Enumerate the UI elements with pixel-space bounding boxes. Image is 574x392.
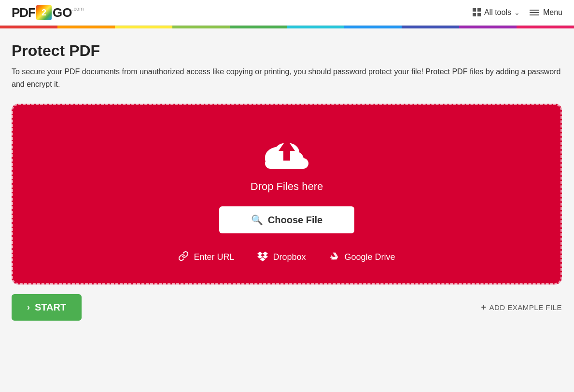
dropbox-label: Dropbox — [273, 252, 306, 262]
nav-right: All tools ⌄ Menu — [473, 8, 562, 17]
grid-icon — [473, 8, 481, 17]
google-drive-icon — [329, 251, 340, 264]
google-drive-label: Google Drive — [345, 252, 395, 262]
chevron-right-icon: › — [27, 302, 30, 312]
drop-files-text: Drop Files here — [251, 180, 323, 193]
add-example-button[interactable]: + ADD EXAMPLE FILE — [481, 302, 562, 312]
header: PDF 2 GO .com All tools ⌄ Menu — [0, 0, 574, 26]
dropbox-icon — [257, 251, 268, 264]
upload-cloud-icon — [260, 129, 313, 173]
logo-go-text: GO — [53, 5, 72, 20]
start-label: START — [35, 302, 66, 313]
menu-button[interactable]: Menu — [530, 8, 562, 17]
chevron-down-icon: ⌄ — [514, 9, 520, 16]
dropbox-button[interactable]: Dropbox — [257, 251, 306, 264]
logo-com-text: .com — [72, 6, 84, 12]
bottom-bar: › START + ADD EXAMPLE FILE — [12, 284, 562, 321]
search-icon: 🔍 — [251, 214, 263, 226]
plus-icon: + — [481, 302, 486, 312]
main-content: Protect PDF To secure your PDF documents… — [0, 28, 574, 330]
page-description: To secure your PDF documents from unauth… — [12, 66, 562, 90]
logo: PDF 2 GO .com — [12, 5, 84, 20]
hamburger-icon — [530, 10, 539, 15]
all-tools-label: All tools — [484, 8, 511, 17]
logo-2-text: 2 — [36, 5, 52, 20]
link-icon — [178, 251, 189, 264]
page-title: Protect PDF — [12, 42, 562, 60]
logo-pdf-text: PDF — [12, 5, 35, 20]
choose-file-button[interactable]: 🔍 Choose File — [219, 206, 354, 233]
enter-url-label: Enter URL — [194, 252, 234, 262]
menu-label: Menu — [543, 8, 562, 17]
all-tools-button[interactable]: All tools ⌄ — [473, 8, 520, 17]
enter-url-button[interactable]: Enter URL — [178, 251, 234, 264]
add-example-label: ADD EXAMPLE FILE — [489, 303, 562, 311]
upload-options: Enter URL Dropbox — [178, 251, 395, 264]
choose-file-label: Choose File — [268, 215, 322, 226]
upload-drop-zone[interactable]: Drop Files here 🔍 Choose File Enter URL — [12, 104, 562, 284]
google-drive-button[interactable]: Google Drive — [329, 251, 395, 264]
start-button[interactable]: › START — [12, 294, 82, 321]
